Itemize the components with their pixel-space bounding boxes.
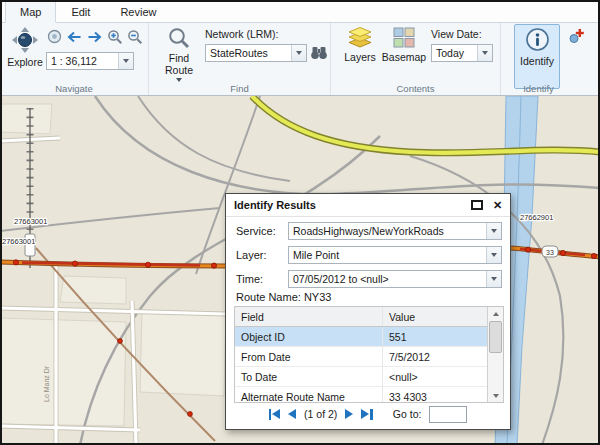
zoom-in-icon[interactable] xyxy=(106,28,123,45)
view-date-value: Today xyxy=(432,47,477,59)
group-label-navigate: Navigate xyxy=(0,83,148,94)
group-contents: Layers Basemap View Date: Today xyxy=(331,23,501,95)
chevron-down-icon[interactable] xyxy=(486,271,501,287)
tab-map[interactable]: Map xyxy=(5,0,56,23)
column-header-value: Value xyxy=(383,307,487,326)
find-route-icon xyxy=(168,27,190,51)
maximize-icon[interactable] xyxy=(468,198,485,213)
binoculars-icon[interactable] xyxy=(310,44,327,61)
goto-label: Go to: xyxy=(393,408,422,420)
goto-input[interactable] xyxy=(429,406,467,423)
app-window: 33 27663001 27663001 27662901 Lo Manz Dr… xyxy=(0,0,600,445)
pager: (1 of 2) Go to: xyxy=(226,404,510,424)
identify-icon xyxy=(525,27,550,54)
route-id-label-left-top: 27663001 xyxy=(14,217,47,226)
identify-results-panel: Identify Results Service: RoadsHighways/… xyxy=(225,193,511,430)
value-cell: <null> xyxy=(383,367,487,386)
chevron-down-icon xyxy=(176,78,182,82)
group-navigate: Explore xyxy=(0,23,149,95)
close-icon[interactable] xyxy=(489,198,506,213)
identify-button[interactable]: Identify xyxy=(514,24,560,89)
group-identify: Identify Identify xyxy=(501,23,600,95)
first-page-button[interactable] xyxy=(269,409,281,420)
layer-combobox[interactable]: Mile Point xyxy=(288,246,502,264)
zoom-out-icon[interactable] xyxy=(126,28,143,45)
route-name-value: NY33 xyxy=(304,291,332,303)
layers-label: Layers xyxy=(344,51,376,63)
field-cell: Alternate Route Name xyxy=(235,387,383,402)
group-label-identify: Identify xyxy=(501,83,576,94)
network-lrm-value: StateRoutes xyxy=(206,47,291,59)
route-shield: 33 xyxy=(542,246,558,257)
previous-page-button[interactable] xyxy=(288,409,296,419)
time-combobox[interactable]: 07/05/2012 to <null> xyxy=(288,270,502,288)
network-lrm-label: Network (LRM): xyxy=(205,28,279,40)
find-route-button[interactable]: Find Route xyxy=(157,24,201,90)
explore-label: Explore xyxy=(7,56,43,68)
service-label: Service: xyxy=(236,225,276,237)
chevron-down-icon[interactable] xyxy=(118,53,133,69)
table-scrollbar[interactable] xyxy=(487,307,503,402)
scroll-up-icon[interactable] xyxy=(488,307,503,320)
route-shield-label: 33 xyxy=(546,249,554,256)
map-scale-value: 1 : 36,112 xyxy=(47,55,118,67)
layer-value: Mile Point xyxy=(289,249,486,261)
view-date-label: View Date: xyxy=(431,28,482,40)
layers-button[interactable]: Layers xyxy=(340,24,380,88)
scroll-down-icon[interactable] xyxy=(488,389,503,402)
view-date-combobox[interactable]: Today xyxy=(431,44,493,62)
basemap-icon xyxy=(393,27,415,50)
ribbon-tab-bar: Map Edit Review xyxy=(0,0,600,23)
group-label-contents: Contents xyxy=(331,83,500,94)
attributes-table: Field Value Object ID 551 From Date 7/5/… xyxy=(234,306,504,403)
route-name-label: Route Name: xyxy=(236,291,301,303)
service-value: RoadsHighways/NewYorkRoads xyxy=(289,225,486,237)
route-id-label-left-bottom: 27663001 xyxy=(2,237,35,246)
layers-icon xyxy=(348,27,372,50)
explore-button[interactable]: Explore xyxy=(4,24,46,88)
value-cell: 33 4303 xyxy=(383,387,487,402)
time-label: Time: xyxy=(236,273,263,285)
group-find: Find Route Network (LRM): StateRoutes Fi… xyxy=(149,23,331,95)
network-lrm-combobox[interactable]: StateRoutes xyxy=(205,44,307,62)
value-cell: 551 xyxy=(383,327,487,346)
page-indicator: (1 of 2) xyxy=(304,408,337,420)
route-name-line: Route Name: NY33 xyxy=(236,291,331,303)
map-scale-combobox[interactable]: 1 : 36,112 xyxy=(46,52,134,70)
chevron-down-icon[interactable] xyxy=(477,45,492,61)
identify-label: Identify xyxy=(520,55,554,67)
table-row[interactable]: From Date 7/5/2012 xyxy=(235,347,487,367)
field-cell: From Date xyxy=(235,347,383,366)
table-header-row: Field Value xyxy=(235,307,487,327)
value-cell: 7/5/2012 xyxy=(383,347,487,366)
table-row[interactable]: Object ID 551 xyxy=(235,327,487,347)
next-extent-icon[interactable] xyxy=(86,28,103,45)
field-cell: Object ID xyxy=(235,327,383,346)
next-page-button[interactable] xyxy=(345,409,353,419)
basemap-label: Basemap xyxy=(382,51,426,63)
basemap-button[interactable]: Basemap xyxy=(381,24,427,88)
previous-extent-icon[interactable] xyxy=(66,28,83,45)
panel-title: Identify Results xyxy=(226,199,468,211)
scrollbar-thumb[interactable] xyxy=(489,321,502,353)
route-id-label-right: 27662901 xyxy=(520,213,553,222)
tab-edit[interactable]: Edit xyxy=(56,0,105,23)
chevron-down-icon[interactable] xyxy=(291,45,306,61)
chevron-down-icon[interactable] xyxy=(486,247,501,263)
identify-route-tool-icon[interactable] xyxy=(567,27,584,44)
field-cell: To Date xyxy=(235,367,383,386)
chevron-down-icon[interactable] xyxy=(486,223,501,239)
column-header-field: Field xyxy=(235,307,383,326)
table-row[interactable]: To Date <null> xyxy=(235,367,487,387)
panel-title-bar[interactable]: Identify Results xyxy=(226,194,510,217)
layer-label: Layer: xyxy=(236,249,267,261)
explore-icon xyxy=(12,27,38,55)
table-row[interactable]: Alternate Route Name 33 4303 xyxy=(235,387,487,402)
ribbon: Explore xyxy=(0,23,600,96)
group-label-find: Find xyxy=(149,83,330,94)
tab-review[interactable]: Review xyxy=(105,0,171,23)
street-name-label: Lo Manz Dr xyxy=(43,365,50,402)
full-extent-icon[interactable] xyxy=(46,28,63,45)
service-combobox[interactable]: RoadsHighways/NewYorkRoads xyxy=(288,222,502,240)
last-page-button[interactable] xyxy=(361,409,373,420)
